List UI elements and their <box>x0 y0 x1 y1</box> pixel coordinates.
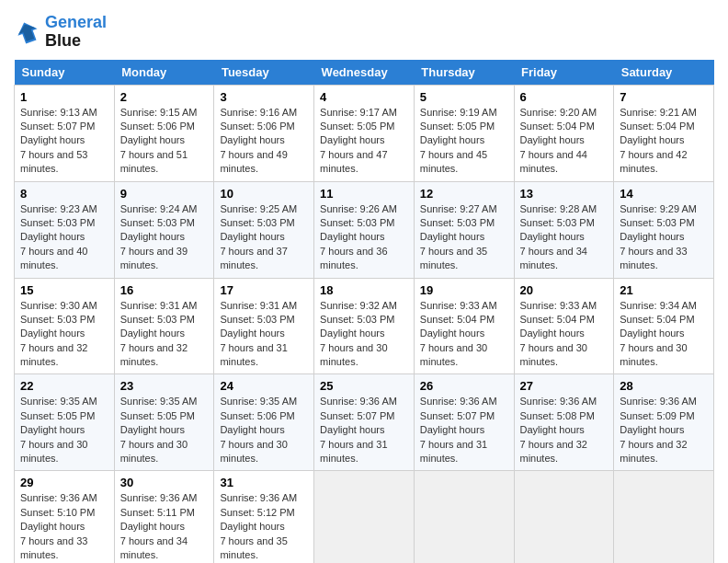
day-number: 29 <box>20 476 108 489</box>
day-info: Sunrise: 9:36 AM Sunset: 5:11 PM Dayligh… <box>120 491 209 562</box>
day-number: 6 <box>520 90 609 104</box>
calendar-day-cell: 5 Sunrise: 9:19 AM Sunset: 5:05 PM Dayli… <box>414 85 514 181</box>
day-number: 10 <box>220 187 308 201</box>
calendar-day-cell: 4 Sunrise: 9:17 AM Sunset: 5:05 PM Dayli… <box>314 85 415 181</box>
calendar-day-cell: 28 Sunrise: 9:36 AM Sunset: 5:09 PM Dayl… <box>614 374 714 471</box>
logo-icon <box>14 18 41 46</box>
day-info: Sunrise: 9:35 AM Sunset: 5:06 PM Dayligh… <box>220 395 308 465</box>
weekday-header: Thursday <box>414 60 514 86</box>
weekday-header: Monday <box>114 60 214 86</box>
calendar-day-cell <box>414 471 514 563</box>
day-number: 3 <box>220 90 308 104</box>
logo: GeneralBlue <box>14 14 107 51</box>
day-info: Sunrise: 9:36 AM Sunset: 5:10 PM Dayligh… <box>20 491 108 562</box>
day-info: Sunrise: 9:16 AM Sunset: 5:06 PM Dayligh… <box>220 106 308 177</box>
day-info: Sunrise: 9:20 AM Sunset: 5:04 PM Dayligh… <box>520 106 609 177</box>
calendar-header-row: SundayMondayTuesdayWednesdayThursdayFrid… <box>15 60 714 86</box>
calendar-day-cell: 17 Sunrise: 9:31 AM Sunset: 5:03 PM Dayl… <box>214 278 314 374</box>
calendar-day-cell: 18 Sunrise: 9:32 AM Sunset: 5:03 PM Dayl… <box>314 278 415 374</box>
day-number: 25 <box>320 379 408 393</box>
day-info: Sunrise: 9:30 AM Sunset: 5:03 PM Dayligh… <box>20 299 108 370</box>
day-info: Sunrise: 9:25 AM Sunset: 5:03 PM Dayligh… <box>220 202 308 273</box>
calendar-day-cell: 7 Sunrise: 9:21 AM Sunset: 5:04 PM Dayli… <box>614 85 714 181</box>
day-info: Sunrise: 9:36 AM Sunset: 5:07 PM Dayligh… <box>420 395 508 465</box>
day-info: Sunrise: 9:35 AM Sunset: 5:05 PM Dayligh… <box>120 395 209 465</box>
day-number: 24 <box>220 379 308 393</box>
day-number: 17 <box>220 283 308 297</box>
day-number: 30 <box>120 476 209 489</box>
day-number: 21 <box>620 283 708 297</box>
day-number: 16 <box>120 283 209 297</box>
calendar-day-cell: 13 Sunrise: 9:28 AM Sunset: 5:03 PM Dayl… <box>514 181 614 278</box>
calendar-day-cell: 11 Sunrise: 9:26 AM Sunset: 5:03 PM Dayl… <box>314 181 415 278</box>
weekday-header: Friday <box>514 60 614 86</box>
calendar-day-cell: 30 Sunrise: 9:36 AM Sunset: 5:11 PM Dayl… <box>114 471 214 563</box>
day-number: 8 <box>20 187 108 201</box>
calendar-week-row: 29 Sunrise: 9:36 AM Sunset: 5:10 PM Dayl… <box>15 471 714 563</box>
calendar-day-cell: 9 Sunrise: 9:24 AM Sunset: 5:03 PM Dayli… <box>114 181 214 278</box>
day-info: Sunrise: 9:33 AM Sunset: 5:04 PM Dayligh… <box>420 299 508 370</box>
calendar-day-cell: 15 Sunrise: 9:30 AM Sunset: 5:03 PM Dayl… <box>15 278 115 374</box>
day-number: 27 <box>520 379 609 393</box>
calendar-day-cell: 3 Sunrise: 9:16 AM Sunset: 5:06 PM Dayli… <box>214 85 314 181</box>
calendar-day-cell <box>614 471 714 563</box>
day-info: Sunrise: 9:33 AM Sunset: 5:04 PM Dayligh… <box>520 299 609 370</box>
calendar-week-row: 15 Sunrise: 9:30 AM Sunset: 5:03 PM Dayl… <box>15 278 714 374</box>
day-number: 15 <box>20 283 108 297</box>
day-info: Sunrise: 9:32 AM Sunset: 5:03 PM Dayligh… <box>320 299 408 370</box>
day-number: 19 <box>420 283 508 297</box>
page-header: GeneralBlue <box>14 14 714 51</box>
weekday-header: Saturday <box>614 60 714 86</box>
calendar-week-row: 8 Sunrise: 9:23 AM Sunset: 5:03 PM Dayli… <box>15 181 714 278</box>
day-number: 13 <box>520 187 609 201</box>
logo-text: GeneralBlue <box>45 14 107 51</box>
day-info: Sunrise: 9:26 AM Sunset: 5:03 PM Dayligh… <box>320 202 408 273</box>
calendar-day-cell: 27 Sunrise: 9:36 AM Sunset: 5:08 PM Dayl… <box>514 374 614 471</box>
calendar-day-cell <box>314 471 415 563</box>
calendar-day-cell <box>514 471 614 563</box>
day-number: 12 <box>420 187 508 201</box>
day-number: 9 <box>120 187 209 201</box>
day-info: Sunrise: 9:36 AM Sunset: 5:12 PM Dayligh… <box>220 491 308 562</box>
day-info: Sunrise: 9:28 AM Sunset: 5:03 PM Dayligh… <box>520 202 609 273</box>
day-number: 28 <box>620 379 708 393</box>
day-info: Sunrise: 9:31 AM Sunset: 5:03 PM Dayligh… <box>220 299 308 370</box>
calendar-day-cell: 24 Sunrise: 9:35 AM Sunset: 5:06 PM Dayl… <box>214 374 314 471</box>
weekday-header: Wednesday <box>314 60 415 86</box>
day-number: 11 <box>320 187 408 201</box>
weekday-header: Sunday <box>15 60 115 86</box>
calendar-day-cell: 31 Sunrise: 9:36 AM Sunset: 5:12 PM Dayl… <box>214 471 314 563</box>
calendar-day-cell: 12 Sunrise: 9:27 AM Sunset: 5:03 PM Dayl… <box>414 181 514 278</box>
day-number: 7 <box>620 90 708 104</box>
day-number: 4 <box>320 90 408 104</box>
weekday-header: Tuesday <box>214 60 314 86</box>
day-info: Sunrise: 9:35 AM Sunset: 5:05 PM Dayligh… <box>20 395 108 465</box>
calendar-day-cell: 20 Sunrise: 9:33 AM Sunset: 5:04 PM Dayl… <box>514 278 614 374</box>
day-info: Sunrise: 9:31 AM Sunset: 5:03 PM Dayligh… <box>120 299 209 370</box>
calendar-day-cell: 22 Sunrise: 9:35 AM Sunset: 5:05 PM Dayl… <box>15 374 115 471</box>
day-info: Sunrise: 9:24 AM Sunset: 5:03 PM Dayligh… <box>120 202 209 273</box>
calendar-week-row: 22 Sunrise: 9:35 AM Sunset: 5:05 PM Dayl… <box>15 374 714 471</box>
calendar-day-cell: 1 Sunrise: 9:13 AM Sunset: 5:07 PM Dayli… <box>15 85 115 181</box>
calendar-day-cell: 10 Sunrise: 9:25 AM Sunset: 5:03 PM Dayl… <box>214 181 314 278</box>
day-number: 22 <box>20 379 108 393</box>
day-info: Sunrise: 9:15 AM Sunset: 5:06 PM Dayligh… <box>120 106 209 177</box>
day-number: 2 <box>120 90 209 104</box>
day-info: Sunrise: 9:34 AM Sunset: 5:04 PM Dayligh… <box>620 299 708 370</box>
day-number: 14 <box>620 187 708 201</box>
day-info: Sunrise: 9:13 AM Sunset: 5:07 PM Dayligh… <box>20 106 108 177</box>
day-info: Sunrise: 9:17 AM Sunset: 5:05 PM Dayligh… <box>320 106 408 177</box>
calendar-day-cell: 16 Sunrise: 9:31 AM Sunset: 5:03 PM Dayl… <box>114 278 214 374</box>
calendar-day-cell: 8 Sunrise: 9:23 AM Sunset: 5:03 PM Dayli… <box>15 181 115 278</box>
calendar-day-cell: 14 Sunrise: 9:29 AM Sunset: 5:03 PM Dayl… <box>614 181 714 278</box>
day-info: Sunrise: 9:23 AM Sunset: 5:03 PM Dayligh… <box>20 202 108 273</box>
day-number: 31 <box>220 476 308 489</box>
calendar-day-cell: 2 Sunrise: 9:15 AM Sunset: 5:06 PM Dayli… <box>114 85 214 181</box>
day-number: 5 <box>420 90 508 104</box>
day-number: 26 <box>420 379 508 393</box>
calendar-week-row: 1 Sunrise: 9:13 AM Sunset: 5:07 PM Dayli… <box>15 85 714 181</box>
day-info: Sunrise: 9:36 AM Sunset: 5:09 PM Dayligh… <box>620 395 708 465</box>
day-info: Sunrise: 9:27 AM Sunset: 5:03 PM Dayligh… <box>420 202 508 273</box>
day-number: 1 <box>20 90 108 104</box>
calendar-day-cell: 29 Sunrise: 9:36 AM Sunset: 5:10 PM Dayl… <box>15 471 115 563</box>
